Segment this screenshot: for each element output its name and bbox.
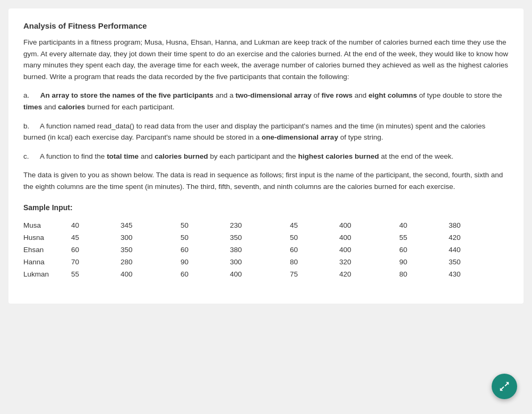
section-c-bold1: total time xyxy=(107,152,139,160)
section-a-end-mid: and xyxy=(44,103,58,111)
participant-name: Husna xyxy=(23,231,71,244)
section-a: a. An array to store the names of the fi… xyxy=(23,90,509,113)
data-cell: 345 xyxy=(121,219,181,231)
data-cell: 75 xyxy=(290,268,339,280)
data-cell: 80 xyxy=(290,256,339,268)
section-a-mid3: and xyxy=(355,91,368,99)
data-cell: 55 xyxy=(399,231,449,244)
section-c-label: c. xyxy=(23,151,34,162)
fab-button[interactable] xyxy=(492,374,517,399)
data-cell: 40 xyxy=(71,219,121,231)
table-row: Musa40345502304540040380 xyxy=(23,219,509,231)
participant-name: Hanna xyxy=(23,256,71,268)
data-cell: 45 xyxy=(71,231,121,244)
expand-icon xyxy=(499,381,510,392)
sample-input-label: Sample Input: xyxy=(23,203,509,212)
section-a-bold1: An array to store the names of the five … xyxy=(40,91,213,99)
section-c-text1: A function to find the xyxy=(40,152,105,160)
section-c-bold3: highest calories burned xyxy=(298,152,379,160)
data-cell: 400 xyxy=(121,268,181,280)
section-b-text2: of type string. xyxy=(340,133,383,141)
data-cell: 90 xyxy=(181,256,230,268)
sample-input-table: Musa40345502304540040380Husna45300503505… xyxy=(23,219,509,280)
section-c: c. A function to find the total time and… xyxy=(23,151,509,162)
section-a-bold6: calories xyxy=(58,103,85,111)
data-cell: 55 xyxy=(71,268,121,280)
data-cell: 70 xyxy=(71,256,121,268)
data-cell: 350 xyxy=(449,256,509,268)
section-b-bold1: one-dimensional array xyxy=(262,133,338,141)
data-cell: 90 xyxy=(399,256,449,268)
section-c-bold2: calories burned xyxy=(155,152,208,160)
section-a-mid: and a xyxy=(216,91,236,99)
participant-name: Lukman xyxy=(23,268,71,280)
intro-paragraph: Five participants in a fitness program; … xyxy=(23,37,509,82)
data-cell: 380 xyxy=(230,244,290,256)
data-cell: 400 xyxy=(339,231,399,244)
section-a-end: burned for each participant. xyxy=(87,103,174,111)
table-row: Hanna70280903008032090350 xyxy=(23,256,509,268)
section-c-text3: by each participant and the xyxy=(210,152,296,160)
data-cell: 50 xyxy=(290,231,339,244)
data-paragraph: The data is given to you as shown below.… xyxy=(23,169,509,192)
section-a-bold3: five rows xyxy=(322,91,353,99)
data-cell: 400 xyxy=(339,219,399,231)
table-row: Lukman55400604007542080430 xyxy=(23,268,509,280)
section-a-bold2: two-dimensional array xyxy=(235,91,311,99)
section-a-label: a. xyxy=(23,90,34,101)
participant-name: Ehsan xyxy=(23,244,71,256)
participant-name: Musa xyxy=(23,219,71,231)
data-cell: 60 xyxy=(71,244,121,256)
section-b-label: b. xyxy=(23,120,34,132)
data-cell: 420 xyxy=(449,231,509,244)
table-row: Ehsan60350603806040060440 xyxy=(23,244,509,256)
data-cell: 400 xyxy=(230,268,290,280)
data-cell: 380 xyxy=(449,219,509,231)
section-a-bold5: times xyxy=(23,103,42,111)
section-a-mid2: of xyxy=(313,91,321,99)
data-cell: 420 xyxy=(339,268,399,280)
data-cell: 60 xyxy=(181,244,230,256)
data-cell: 280 xyxy=(121,256,181,268)
data-cell: 320 xyxy=(339,256,399,268)
data-cell: 300 xyxy=(230,256,290,268)
data-cell: 350 xyxy=(121,244,181,256)
section-b-text1: A function named read_data() to read dat… xyxy=(23,122,485,142)
data-cell: 60 xyxy=(290,244,339,256)
table-row: Husna45300503505040055420 xyxy=(23,231,509,244)
data-cell: 60 xyxy=(399,244,449,256)
section-b: b. A function named read_data() to read … xyxy=(23,120,509,143)
data-cell: 430 xyxy=(449,268,509,280)
section-c-text2: and xyxy=(141,152,155,160)
data-cell: 50 xyxy=(181,231,230,244)
section-a-end-prefix: of type double to store the xyxy=(419,91,502,99)
data-cell: 50 xyxy=(181,219,230,231)
data-cell: 45 xyxy=(290,219,339,231)
data-cell: 400 xyxy=(339,244,399,256)
data-cell: 60 xyxy=(181,268,230,280)
section-a-bold4: eight columns xyxy=(368,91,417,99)
data-cell: 350 xyxy=(230,231,290,244)
data-cell: 440 xyxy=(449,244,509,256)
section-c-text4: at the end of the week. xyxy=(381,152,453,160)
main-container: Analysis of Fitness Performance Five par… xyxy=(8,8,524,304)
data-cell: 40 xyxy=(399,219,449,231)
data-cell: 230 xyxy=(230,219,290,231)
data-cell: 80 xyxy=(399,268,449,280)
data-cell: 300 xyxy=(121,231,181,244)
page-title: Analysis of Fitness Performance xyxy=(23,21,509,30)
